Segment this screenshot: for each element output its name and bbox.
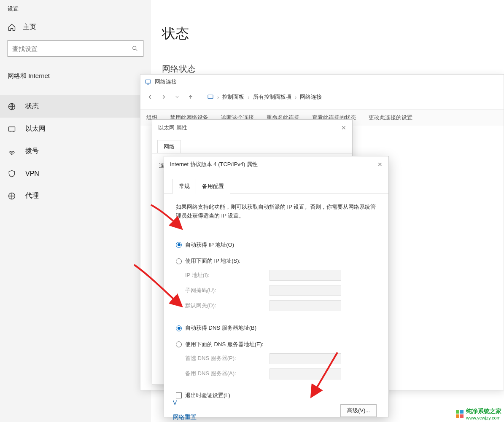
radio-label: 使用下面的 DNS 服务器地址(E):	[185, 340, 264, 349]
radio-icon	[176, 258, 182, 264]
radio-icon	[176, 341, 182, 347]
ip-address-label: IP 地址(I):	[185, 271, 270, 280]
svg-point-0	[133, 46, 136, 50]
nav-forward-button[interactable]	[158, 91, 169, 102]
advanced-button[interactable]: 高级(V)...	[340, 404, 377, 417]
ipv4-title-text: Internet 协议版本 4 (TCP/IPv4) 属性	[170, 161, 258, 168]
svg-rect-5	[146, 80, 151, 83]
nav-back-button[interactable]	[145, 91, 156, 102]
settings-link-network-reset[interactable]: 网络重置	[173, 414, 197, 421]
explorer-title-bar: 网络连接	[140, 75, 504, 89]
nav-item-vpn[interactable]: VPN	[0, 162, 151, 185]
watermark-brand: 纯净系统之家	[466, 408, 501, 414]
ip-fields: IP 地址(I): 子网掩码(U): 默认网关(D):	[185, 270, 377, 311]
nav-item-proxy[interactable]: 代理	[0, 185, 151, 207]
settings-links-peek: V 网络重置	[173, 399, 197, 421]
tab-general[interactable]: 常规	[172, 179, 196, 194]
watermark-logo-icon	[456, 410, 464, 418]
settings-nav: 状态 以太网 拨号 VPN 代理	[0, 95, 151, 207]
home-icon	[8, 23, 16, 32]
dns-fields: 首选 DNS 服务器(P): 备用 DNS 服务器(A):	[185, 353, 377, 379]
radio-auto-ip[interactable]: 自动获得 IP 地址(O)	[176, 241, 377, 250]
watermark: 纯净系统之家 www.ycwjzy.com	[456, 408, 501, 420]
radio-icon	[176, 242, 182, 248]
radio-icon	[176, 325, 182, 331]
breadcrumb-sep: ›	[248, 94, 249, 100]
alternate-dns-label: 备用 DNS 服务器(A):	[185, 369, 270, 378]
search-input[interactable]	[8, 40, 143, 57]
search-icon	[132, 45, 138, 52]
svg-rect-6	[208, 95, 213, 98]
nav-label: 代理	[25, 191, 39, 200]
gateway-input	[270, 300, 341, 311]
section-title: 网络状态	[151, 43, 504, 75]
ip-address-input	[270, 270, 341, 281]
settings-link-partial[interactable]: V	[173, 399, 197, 406]
validate-on-exit-checkbox[interactable]: 退出时验证设置(L)	[176, 391, 377, 400]
nav-label: 以太网	[25, 124, 46, 133]
preferred-dns-input	[270, 353, 341, 364]
vpn-icon	[8, 169, 16, 178]
radio-label: 自动获得 IP 地址(O)	[185, 241, 234, 250]
nav-recent-button[interactable]	[172, 91, 183, 102]
close-icon[interactable]: ✕	[341, 124, 346, 131]
breadcrumb-item[interactable]: 控制面板	[222, 93, 244, 101]
ipv4-body: 如果网络支持此功能，则可以获取自动指派的 IP 设置。否则，你需要从网络系统管理…	[164, 194, 388, 404]
network-icon	[145, 78, 151, 85]
ipv4-properties-dialog: Internet 协议版本 4 (TCP/IPv4) 属性 ✕ 常规 备用配置 …	[164, 156, 389, 417]
explorer-title: 网络连接	[155, 78, 177, 86]
radio-auto-dns[interactable]: 自动获得 DNS 服务器地址(B)	[176, 324, 377, 333]
page-title: 状态	[151, 0, 504, 43]
dialup-icon	[8, 147, 16, 156]
eth-title-text: 以太网 属性	[158, 124, 187, 132]
radio-manual-dns[interactable]: 使用下面的 DNS 服务器地址(E):	[176, 340, 377, 349]
home-link[interactable]: 主页	[0, 17, 151, 40]
radio-label: 使用下面的 IP 地址(S):	[185, 257, 240, 266]
proxy-icon	[8, 192, 16, 200]
svg-point-3	[11, 153, 12, 154]
nav-label: VPN	[25, 170, 39, 177]
subnet-mask-label: 子网掩码(U):	[185, 286, 270, 295]
category-title: 网络和 Internet	[0, 57, 151, 83]
gateway-label: 默认网关(D):	[185, 301, 270, 310]
eth-tab-network[interactable]: 网络	[157, 140, 181, 153]
ipv4-tabs: 常规 备用配置	[164, 178, 388, 194]
close-icon[interactable]: ✕	[377, 161, 383, 168]
ipv4-title-bar: Internet 协议版本 4 (TCP/IPv4) 属性 ✕	[164, 156, 388, 172]
breadcrumb-sep: ›	[295, 94, 296, 100]
preferred-dns-label: 首选 DNS 服务器(P):	[185, 354, 270, 363]
breadcrumb-sep: ›	[217, 94, 219, 100]
ethernet-icon	[8, 125, 16, 133]
subnet-mask-input	[270, 285, 341, 296]
radio-manual-ip[interactable]: 使用下面的 IP 地址(S):	[176, 257, 377, 266]
alternate-dns-input	[270, 368, 341, 379]
status-icon	[8, 102, 16, 111]
search-field-wrap	[8, 40, 143, 57]
home-label: 主页	[23, 23, 36, 32]
breadcrumb[interactable]: › 控制面板 › 所有控制面板项 › 网络连接	[207, 93, 322, 101]
nav-item-ethernet[interactable]: 以太网	[0, 118, 151, 140]
radio-label: 自动获得 DNS 服务器地址(B)	[185, 324, 256, 333]
nav-label: 状态	[25, 102, 39, 111]
eth-title-bar: 以太网 属性 ✕	[152, 120, 352, 136]
nav-label: 拨号	[25, 147, 39, 156]
control-panel-icon	[207, 94, 214, 100]
watermark-url: www.ycwjzy.com	[466, 415, 501, 420]
breadcrumb-item[interactable]: 所有控制面板项	[253, 93, 291, 101]
explorer-nav: › 控制面板 › 所有控制面板项 › 网络连接	[140, 89, 504, 109]
toolbar-change[interactable]: 更改此连接的设置	[369, 114, 412, 121]
settings-app-title: 设置	[0, 0, 151, 17]
tab-alternate[interactable]: 备用配置	[196, 179, 230, 194]
checkbox-label: 退出时验证设置(L)	[185, 391, 230, 400]
nav-item-dialup[interactable]: 拨号	[0, 140, 151, 162]
breadcrumb-item[interactable]: 网络连接	[300, 93, 322, 101]
ipv4-description: 如果网络支持此功能，则可以获取自动指派的 IP 设置。否则，你需要从网络系统管理…	[176, 203, 377, 220]
checkbox-icon	[176, 392, 182, 398]
nav-item-status[interactable]: 状态	[0, 95, 151, 118]
nav-up-button[interactable]	[185, 91, 196, 102]
settings-sidebar: 设置 主页 网络和 Internet 状态 以太网	[0, 0, 151, 422]
svg-rect-2	[9, 127, 15, 131]
